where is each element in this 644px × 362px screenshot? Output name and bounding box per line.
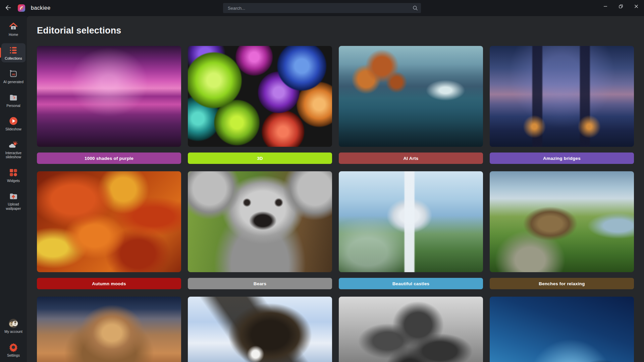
sidebar-item-slideshow[interactable]: Slideshow [1, 114, 25, 133]
sidebar-item-interactive-slideshow[interactable]: Interactive slideshow [1, 138, 25, 161]
restore-button[interactable] [613, 0, 629, 13]
collection-thumbnail-autumn-moods[interactable] [37, 171, 181, 272]
back-button[interactable] [3, 2, 14, 14]
sidebar-item-ai-generated[interactable]: Ai AI generated [1, 67, 25, 86]
collection-title-bar[interactable]: Autumn moods [37, 278, 181, 289]
collection-thumbnail-1000-shades-of-purple[interactable] [37, 46, 181, 147]
collection-thumbnail-bears[interactable] [188, 171, 332, 272]
sidebar-item-personal[interactable]: Personal [1, 90, 25, 110]
sidebar-item-my-account[interactable]: My account [1, 316, 25, 336]
settings-icon [9, 343, 18, 352]
collection-title-bar[interactable]: Amazing bridges [490, 153, 634, 164]
close-icon [634, 4, 638, 9]
ai-generated-icon: Ai [9, 69, 18, 78]
sidebar-nav: Home Collections Ai AI generated Persona… [1, 19, 25, 213]
collection-thumbnail-eagles[interactable] [188, 297, 332, 362]
backiee-logo-icon [17, 4, 25, 12]
topbar: backiee [0, 0, 644, 16]
collection-title-bar[interactable]: 3D [188, 153, 332, 164]
collection-thumbnail-night-trees[interactable] [490, 297, 634, 362]
back-arrow-icon [5, 4, 12, 12]
search-icon[interactable] [410, 5, 421, 11]
collection-card-eagles[interactable] [188, 297, 332, 362]
sidebar-item-home[interactable]: Home [1, 19, 25, 39]
interactive-slideshow-icon [9, 140, 18, 149]
collection-thumbnail-benches-for-relaxing[interactable] [490, 171, 634, 272]
collection-thumbnail-lions[interactable] [37, 297, 181, 362]
collection-title-bar[interactable]: Benches for relaxing [490, 278, 634, 289]
main-content: Editorial selections 1000 shades of purp… [27, 16, 644, 362]
collection-card-beautiful-castles[interactable]: Beautiful castles [339, 171, 483, 289]
widgets-icon [9, 168, 18, 177]
collections-grid: 1000 shades of purple 3D AI Arts Amazing… [37, 46, 634, 362]
search-box [223, 3, 421, 13]
restore-icon [619, 4, 623, 9]
svg-text:Ai: Ai [12, 72, 15, 76]
sidebar-item-collections[interactable]: Collections [1, 43, 25, 63]
close-button[interactable] [629, 0, 644, 13]
collection-card-3d[interactable]: 3D [188, 46, 332, 164]
collection-title-bar[interactable]: 1000 shades of purple [37, 153, 181, 164]
backiee-window: backiee [0, 0, 644, 362]
collection-card-benches-for-relaxing[interactable]: Benches for relaxing [490, 171, 634, 289]
home-icon [9, 22, 18, 31]
collection-thumbnail-beautiful-castles[interactable] [339, 171, 483, 272]
window-controls [598, 0, 644, 13]
collections-icon [9, 46, 18, 55]
sidebar-item-settings[interactable]: Settings [1, 340, 25, 360]
collection-card-1000-shades-of-purple[interactable]: 1000 shades of purple [37, 46, 181, 164]
slideshow-icon [9, 116, 18, 126]
avatar [8, 319, 18, 328]
collection-card-lions[interactable] [37, 297, 181, 362]
collection-title-bar[interactable]: Beautiful castles [339, 278, 483, 289]
collection-thumbnail-3d[interactable] [188, 46, 332, 147]
collection-thumbnail-bw-trees[interactable] [339, 297, 483, 362]
minimize-icon [603, 4, 607, 9]
collection-card-bears[interactable]: Bears [188, 171, 332, 289]
minimize-button[interactable] [598, 0, 613, 13]
collection-card-amazing-bridges[interactable]: Amazing bridges [490, 46, 634, 164]
collection-thumbnail-ai-arts[interactable] [339, 46, 483, 147]
sidebar-bottom-nav: My account Settings [1, 316, 25, 359]
collection-thumbnail-amazing-bridges[interactable] [490, 46, 634, 147]
sidebar: Home Collections Ai AI generated Persona… [0, 16, 27, 362]
personal-icon [9, 93, 18, 102]
collection-card-autumn-moods[interactable]: Autumn moods [37, 171, 181, 289]
search-input[interactable] [223, 3, 410, 13]
collection-title-bar[interactable]: Bears [188, 278, 332, 289]
sidebar-item-upload-wallpaper[interactable]: Upload wallpaper [1, 189, 25, 213]
upload-icon [9, 191, 18, 201]
collection-card-ai-arts[interactable]: AI Arts [339, 46, 483, 164]
collection-title-bar[interactable]: AI Arts [339, 153, 483, 164]
sidebar-item-widgets[interactable]: Widgets [1, 166, 25, 185]
app-title: backiee [31, 5, 51, 11]
collection-card-bw-trees[interactable] [339, 297, 483, 362]
page-title: Editorial selections [37, 25, 644, 36]
collection-card-night-trees[interactable] [490, 297, 634, 362]
